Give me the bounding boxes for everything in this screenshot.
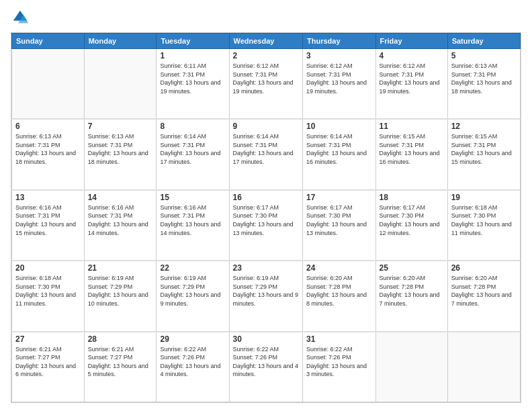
day-info: Sunrise: 6:20 AM Sunset: 7:28 PM Dayligh…: [306, 274, 372, 308]
day-cell: [447, 332, 520, 402]
day-cell: 7Sunrise: 6:13 AM Sunset: 7:31 PM Daylig…: [84, 119, 157, 189]
day-cell: 5Sunrise: 6:13 AM Sunset: 7:31 PM Daylig…: [447, 49, 520, 120]
day-number: 19: [451, 193, 517, 202]
day-number: 12: [451, 122, 517, 131]
day-info: Sunrise: 6:17 AM Sunset: 7:30 PM Dayligh…: [233, 203, 300, 237]
day-info: Sunrise: 6:19 AM Sunset: 7:29 PM Dayligh…: [233, 274, 300, 308]
day-info: Sunrise: 6:12 AM Sunset: 7:31 PM Dayligh…: [306, 62, 372, 95]
day-cell: 3Sunrise: 6:12 AM Sunset: 7:31 PM Daylig…: [303, 49, 376, 120]
day-info: Sunrise: 6:22 AM Sunset: 7:26 PM Dayligh…: [306, 345, 372, 379]
day-cell: 13Sunrise: 6:16 AM Sunset: 7:31 PM Dayli…: [12, 190, 85, 261]
day-cell: 14Sunrise: 6:16 AM Sunset: 7:31 PM Dayli…: [84, 190, 157, 261]
day-cell: 4Sunrise: 6:12 AM Sunset: 7:31 PM Daylig…: [375, 49, 447, 120]
calendar-week-row: 27Sunrise: 6:21 AM Sunset: 7:27 PM Dayli…: [12, 332, 521, 402]
day-cell: [12, 49, 85, 120]
day-info: Sunrise: 6:12 AM Sunset: 7:31 PM Dayligh…: [233, 62, 300, 95]
day-number: 17: [306, 193, 372, 202]
day-cell: 21Sunrise: 6:19 AM Sunset: 7:29 PM Dayli…: [84, 261, 157, 331]
day-cell: 26Sunrise: 6:20 AM Sunset: 7:28 PM Dayli…: [447, 261, 520, 331]
day-number: 22: [160, 263, 225, 273]
logo: [11, 8, 32, 27]
weekday-header: Thursday: [303, 34, 376, 49]
day-info: Sunrise: 6:20 AM Sunset: 7:28 PM Dayligh…: [380, 274, 444, 308]
day-info: Sunrise: 6:17 AM Sunset: 7:30 PM Dayligh…: [380, 203, 444, 237]
day-cell: 25Sunrise: 6:20 AM Sunset: 7:28 PM Dayli…: [375, 261, 447, 331]
day-number: 7: [88, 122, 153, 131]
day-number: 25: [380, 263, 444, 273]
day-info: Sunrise: 6:19 AM Sunset: 7:29 PM Dayligh…: [88, 274, 153, 308]
day-number: 13: [15, 193, 81, 202]
day-cell: 12Sunrise: 6:15 AM Sunset: 7:31 PM Dayli…: [447, 119, 520, 189]
day-cell: 1Sunrise: 6:11 AM Sunset: 7:31 PM Daylig…: [157, 49, 229, 120]
weekday-header: Tuesday: [157, 34, 229, 49]
day-cell: 17Sunrise: 6:17 AM Sunset: 7:30 PM Dayli…: [303, 190, 376, 261]
page: SundayMondayTuesdayWednesdayThursdayFrid…: [0, 0, 532, 411]
logo-icon: [11, 8, 30, 27]
day-info: Sunrise: 6:11 AM Sunset: 7:31 PM Dayligh…: [160, 62, 225, 95]
day-number: 24: [306, 263, 372, 273]
day-cell: 10Sunrise: 6:14 AM Sunset: 7:31 PM Dayli…: [303, 119, 376, 189]
weekday-header: Sunday: [12, 34, 85, 49]
day-number: 9: [233, 122, 300, 131]
day-info: Sunrise: 6:14 AM Sunset: 7:31 PM Dayligh…: [160, 132, 225, 166]
day-cell: 2Sunrise: 6:12 AM Sunset: 7:31 PM Daylig…: [229, 49, 303, 120]
day-info: Sunrise: 6:16 AM Sunset: 7:31 PM Dayligh…: [160, 203, 225, 237]
day-number: 14: [88, 193, 153, 202]
day-number: 20: [15, 263, 81, 273]
day-info: Sunrise: 6:17 AM Sunset: 7:30 PM Dayligh…: [306, 203, 372, 237]
day-info: Sunrise: 6:18 AM Sunset: 7:30 PM Dayligh…: [451, 203, 517, 237]
calendar: SundayMondayTuesdayWednesdayThursdayFrid…: [11, 32, 521, 403]
day-info: Sunrise: 6:21 AM Sunset: 7:27 PM Dayligh…: [15, 345, 81, 379]
day-info: Sunrise: 6:14 AM Sunset: 7:31 PM Dayligh…: [306, 132, 372, 166]
day-info: Sunrise: 6:13 AM Sunset: 7:31 PM Dayligh…: [451, 62, 517, 95]
day-cell: 8Sunrise: 6:14 AM Sunset: 7:31 PM Daylig…: [157, 119, 229, 189]
day-info: Sunrise: 6:20 AM Sunset: 7:28 PM Dayligh…: [451, 274, 517, 308]
header: [11, 8, 521, 27]
day-number: 30: [233, 334, 300, 344]
header-row: SundayMondayTuesdayWednesdayThursdayFrid…: [12, 34, 521, 49]
day-cell: 20Sunrise: 6:18 AM Sunset: 7:30 PM Dayli…: [12, 261, 85, 331]
day-cell: 19Sunrise: 6:18 AM Sunset: 7:30 PM Dayli…: [447, 190, 520, 261]
calendar-week-row: 1Sunrise: 6:11 AM Sunset: 7:31 PM Daylig…: [12, 49, 521, 120]
day-cell: 23Sunrise: 6:19 AM Sunset: 7:29 PM Dayli…: [229, 261, 303, 331]
day-number: 21: [88, 263, 153, 273]
day-cell: 6Sunrise: 6:13 AM Sunset: 7:31 PM Daylig…: [12, 119, 85, 189]
day-number: 8: [160, 122, 225, 131]
day-cell: 9Sunrise: 6:14 AM Sunset: 7:31 PM Daylig…: [229, 119, 303, 189]
day-cell: 22Sunrise: 6:19 AM Sunset: 7:29 PM Dayli…: [157, 261, 229, 331]
day-cell: 11Sunrise: 6:15 AM Sunset: 7:31 PM Dayli…: [375, 119, 447, 189]
day-info: Sunrise: 6:15 AM Sunset: 7:31 PM Dayligh…: [380, 132, 444, 166]
day-number: 2: [233, 51, 300, 60]
day-number: 5: [451, 51, 517, 60]
day-info: Sunrise: 6:19 AM Sunset: 7:29 PM Dayligh…: [160, 274, 225, 308]
day-info: Sunrise: 6:13 AM Sunset: 7:31 PM Dayligh…: [15, 132, 81, 166]
weekday-header: Monday: [84, 34, 157, 49]
day-cell: 30Sunrise: 6:22 AM Sunset: 7:26 PM Dayli…: [229, 332, 303, 402]
day-number: 18: [380, 193, 444, 202]
day-info: Sunrise: 6:12 AM Sunset: 7:31 PM Dayligh…: [380, 62, 444, 95]
calendar-week-row: 6Sunrise: 6:13 AM Sunset: 7:31 PM Daylig…: [12, 119, 521, 189]
day-cell: 31Sunrise: 6:22 AM Sunset: 7:26 PM Dayli…: [303, 332, 376, 402]
day-number: 11: [380, 122, 444, 131]
day-cell: 24Sunrise: 6:20 AM Sunset: 7:28 PM Dayli…: [303, 261, 376, 331]
day-info: Sunrise: 6:16 AM Sunset: 7:31 PM Dayligh…: [15, 203, 81, 237]
day-number: 4: [380, 51, 444, 60]
calendar-table: SundayMondayTuesdayWednesdayThursdayFrid…: [11, 33, 521, 402]
day-number: 23: [233, 263, 300, 273]
day-number: 27: [15, 334, 81, 344]
day-number: 10: [306, 122, 372, 131]
weekday-header: Saturday: [447, 34, 520, 49]
day-info: Sunrise: 6:15 AM Sunset: 7:31 PM Dayligh…: [451, 132, 517, 166]
day-number: 26: [451, 263, 517, 273]
day-info: Sunrise: 6:13 AM Sunset: 7:31 PM Dayligh…: [88, 132, 153, 166]
day-cell: 29Sunrise: 6:22 AM Sunset: 7:26 PM Dayli…: [157, 332, 229, 402]
day-cell: 16Sunrise: 6:17 AM Sunset: 7:30 PM Dayli…: [229, 190, 303, 261]
calendar-week-row: 13Sunrise: 6:16 AM Sunset: 7:31 PM Dayli…: [12, 190, 521, 261]
day-number: 6: [15, 122, 81, 131]
day-number: 29: [160, 334, 225, 344]
day-info: Sunrise: 6:16 AM Sunset: 7:31 PM Dayligh…: [88, 203, 153, 237]
day-number: 16: [233, 193, 300, 202]
day-number: 15: [160, 193, 225, 202]
weekday-header: Friday: [375, 34, 447, 49]
day-number: 31: [306, 334, 372, 344]
